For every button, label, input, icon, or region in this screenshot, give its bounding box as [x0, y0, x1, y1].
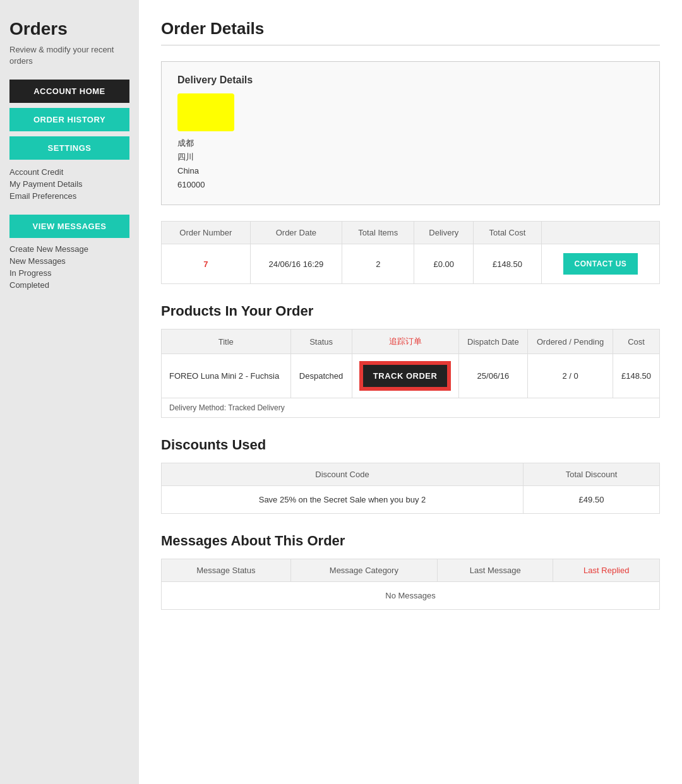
col-product-status: Status — [290, 330, 352, 354]
discounts-section-title: Discounts Used — [161, 437, 660, 453]
sidebar-subtitle: Review & modify your recent orders — [9, 44, 129, 67]
col-dispatch-date: Dispatch Date — [458, 330, 528, 354]
order-history-button[interactable]: ORDER HISTORY — [9, 108, 129, 131]
title-divider — [161, 45, 660, 45]
delivery-cost-cell: £0.00 — [414, 244, 474, 284]
in-progress-link[interactable]: In Progress — [9, 267, 129, 279]
main-content: Order Details Delivery Details 成都 四川 Chi… — [139, 0, 682, 784]
products-table: Title Status 追踪订单 Dispatch Date Ordered … — [161, 329, 660, 418]
col-total-items: Total Items — [342, 222, 414, 244]
delivery-method-row: Delivery Method: Tracked Delivery — [162, 398, 660, 418]
new-messages-link[interactable]: New Messages — [9, 255, 129, 267]
col-cost: Cost — [613, 330, 660, 354]
sidebar: Orders Review & modify your recent order… — [0, 0, 139, 784]
no-messages-cell: No Messages — [162, 582, 660, 610]
discount-code-cell: Save 25% on the Secret Sale when you buy… — [162, 486, 523, 514]
col-last-message: Last Message — [438, 559, 553, 582]
order-date-cell: 24/06/16 16:29 — [250, 244, 342, 284]
messages-section-title: Messages About This Order — [161, 533, 660, 549]
col-total-discount: Total Discount — [523, 463, 659, 486]
view-messages-button[interactable]: VIEW MESSAGES — [9, 215, 129, 238]
col-product-title: Title — [162, 330, 291, 354]
payment-details-link[interactable]: My Payment Details — [9, 178, 129, 190]
delivery-address-redacted — [177, 93, 234, 131]
total-items-cell: 2 — [342, 244, 414, 284]
delivery-details-title: Delivery Details — [177, 74, 643, 86]
address-line4: 610000 — [177, 178, 643, 192]
col-order-number: Order Number — [162, 222, 251, 244]
col-discount-code: Discount Code — [162, 463, 523, 486]
address-line3: China — [177, 164, 643, 178]
total-cost-cell: £148.50 — [474, 244, 542, 284]
product-title-cell: FOREO Luna Mini 2 - Fuchsia — [162, 354, 291, 398]
page-title: Order Details — [161, 19, 660, 39]
order-number-link[interactable]: 7 — [203, 259, 208, 269]
sidebar-title: Orders — [9, 19, 129, 39]
product-cost-cell: £148.50 — [613, 354, 660, 398]
address-line2: 四川 — [177, 150, 643, 164]
completed-link[interactable]: Completed — [9, 279, 129, 291]
address-line1: 成都 — [177, 136, 643, 150]
delivery-address: 成都 四川 China 610000 — [177, 136, 643, 192]
col-ordered-pending: Ordered / Pending — [528, 330, 613, 354]
discounts-table: Discount Code Total Discount Save 25% on… — [161, 463, 660, 514]
settings-links: Account Credit My Payment Details Email … — [9, 166, 129, 202]
product-status-cell: Despatched — [290, 354, 352, 398]
delivery-details-box: Delivery Details 成都 四川 China 610000 — [161, 61, 660, 205]
no-messages-row: No Messages — [162, 582, 660, 610]
product-row: FOREO Luna Mini 2 - Fuchsia Despatched T… — [162, 354, 660, 398]
account-home-button[interactable]: ACCOUNT HOME — [9, 80, 129, 103]
settings-button[interactable]: SETTINGS — [9, 136, 129, 160]
dispatch-date-cell: 25/06/16 — [458, 354, 528, 398]
create-new-message-link[interactable]: Create New Message — [9, 243, 129, 255]
col-message-category: Message Category — [290, 559, 437, 582]
col-order-date: Order Date — [250, 222, 342, 244]
ordered-pending-cell: 2 / 0 — [528, 354, 613, 398]
messages-links: Create New Message New Messages In Progr… — [9, 243, 129, 291]
order-summary-table: Order Number Order Date Total Items Deli… — [161, 221, 660, 284]
col-delivery: Delivery — [414, 222, 474, 244]
discount-row: Save 25% on the Secret Sale when you buy… — [162, 486, 660, 514]
col-message-status: Message Status — [162, 559, 291, 582]
col-total-cost: Total Cost — [474, 222, 542, 244]
col-actions — [541, 222, 659, 244]
col-track-order: 追踪订单 — [352, 330, 458, 354]
contact-us-button[interactable]: CONTACT US — [563, 253, 638, 275]
messages-table: Message Status Message Category Last Mes… — [161, 559, 660, 610]
delivery-method-cell: Delivery Method: Tracked Delivery — [162, 398, 660, 418]
products-section-title: Products In Your Order — [161, 303, 660, 319]
total-discount-cell: £49.50 — [523, 486, 659, 514]
track-order-button[interactable]: TRACK ORDER — [361, 363, 450, 389]
account-credit-link[interactable]: Account Credit — [9, 166, 129, 178]
order-row: 7 24/06/16 16:29 2 £0.00 £148.50 CONTACT… — [162, 244, 660, 284]
col-last-replied: Last Replied — [553, 559, 660, 582]
email-preferences-link[interactable]: Email Preferences — [9, 190, 129, 202]
